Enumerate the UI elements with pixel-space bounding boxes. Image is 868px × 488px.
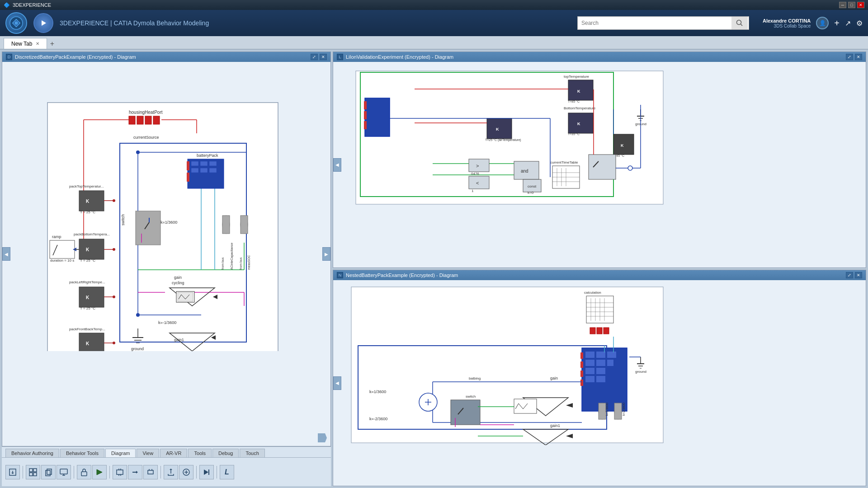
diagram-pointer[interactable] — [318, 433, 327, 442]
bottom-right-collapse-arrow[interactable]: ◀ — [333, 376, 341, 390]
left-diagram-content: ◀ ▶ housingHeatPort — [2, 62, 330, 446]
svg-text:measSOC: measSOC — [247, 255, 250, 270]
toolbar-lock-icon[interactable] — [77, 465, 91, 479]
toolbar-icon-group-6 — [199, 465, 214, 479]
left-diagram-expand[interactable]: ⤢ — [311, 54, 318, 60]
svg-text:packTopTemperatur...: packTopTemperatur... — [69, 184, 104, 188]
share-button[interactable]: ↗ — [845, 19, 851, 28]
tab-new-tab[interactable]: New Tab ✕ — [4, 38, 47, 49]
bottom-right-diagram-svg: calculation — [342, 282, 668, 445]
svg-text:k=0: k=0 — [528, 191, 534, 195]
toolbar-load-icon[interactable] — [179, 465, 193, 479]
svg-text:gain: gain — [174, 275, 182, 280]
svg-text:batteryPack: batteryPack — [197, 153, 218, 158]
toolbar-simulate-icon[interactable] — [92, 465, 107, 479]
search-bar[interactable] — [577, 16, 749, 30]
toolbar-tab-behavior-tools[interactable]: Behavior Tools — [60, 449, 104, 457]
close-button[interactable]: ✕ — [857, 2, 864, 8]
svg-rect-34 — [187, 173, 189, 182]
toolbar-tab-ar-vr[interactable]: AR-VR — [160, 449, 187, 457]
settings-button[interactable]: ⚙ — [856, 19, 863, 28]
toolbar-component-icon[interactable] — [113, 465, 127, 479]
toolbar-tab-behavior-authoring[interactable]: Behavior Authoring — [5, 449, 59, 457]
svg-text:K: K — [577, 89, 580, 94]
new-tab-button[interactable]: + — [47, 39, 57, 49]
maximize-button[interactable]: □ — [848, 2, 855, 8]
username: Alexandre CORTINA — [763, 18, 811, 23]
toolbar-monitor-icon[interactable] — [57, 465, 71, 479]
svg-text:K: K — [86, 341, 90, 346]
minimize-button[interactable]: ─ — [839, 2, 846, 8]
svg-rect-213 — [607, 352, 616, 358]
toolbar-tabs: Behavior Authoring Behavior Tools Diagra… — [2, 447, 331, 458]
svg-rect-101 — [222, 216, 230, 234]
svg-rect-211 — [585, 352, 594, 358]
svg-rect-214 — [585, 360, 594, 366]
toolbar-import-icon[interactable] — [5, 465, 20, 479]
svg-rect-222 — [580, 361, 583, 368]
toolbar-module-icon[interactable] — [143, 465, 158, 479]
svg-text:switch: switch — [121, 214, 125, 225]
svg-marker-129 — [170, 469, 172, 470]
search-button[interactable] — [731, 17, 748, 29]
left-collapse-arrow[interactable]: ◀ — [2, 247, 10, 261]
svg-point-89 — [113, 342, 115, 344]
svg-text:<: < — [476, 180, 479, 186]
svg-text:const: const — [528, 184, 537, 188]
svg-rect-42 — [79, 191, 104, 211]
app-icon: 🔷 — [4, 2, 10, 8]
toolbar-next-icon[interactable] — [199, 465, 214, 479]
toolbar-tab-view[interactable]: View — [137, 449, 159, 457]
toolbar-l-icon[interactable]: L — [220, 465, 234, 479]
bottom-toolbar: Behavior Authoring Behavior Tools Diagra… — [2, 446, 331, 486]
toolbar-tab-diagram[interactable]: Diagram — [105, 449, 136, 457]
top-right-diagram-close[interactable]: ✕ — [855, 54, 862, 60]
right-panel: L LiIonValidationExperiment (Encrypted) … — [333, 52, 866, 486]
svg-rect-33 — [187, 161, 189, 170]
top-right-diagram-content: ◀ topTemperature K T=85 °C BottomTempera… — [333, 62, 866, 267]
svg-rect-39 — [200, 168, 208, 173]
toolbar-icons: L — [2, 458, 331, 486]
top-right-diagram-icon: L — [337, 54, 343, 60]
app-header: 3DEXPERIENCE | CATIA Dymola Behavior Mod… — [0, 10, 868, 36]
bottom-right-diagram-expand[interactable]: ⤢ — [846, 272, 853, 278]
svg-text:switch: switch — [466, 394, 476, 399]
svg-rect-152 — [365, 98, 390, 136]
svg-rect-10 — [153, 116, 160, 124]
toolbar-separator-1 — [23, 466, 23, 479]
svg-text:k=-1/3600: k=-1/3600 — [158, 320, 176, 325]
add-button[interactable]: + — [834, 18, 840, 28]
window-controls: ─ □ ✕ — [839, 2, 864, 8]
bottom-right-diagram-close[interactable]: ✕ — [855, 272, 862, 278]
toolbar-arrow-icon[interactable] — [128, 465, 142, 479]
right-collapse-arrow[interactable]: ▶ — [322, 247, 330, 261]
svg-marker-106 — [11, 473, 14, 474]
tab-close-icon[interactable]: ✕ — [36, 41, 39, 46]
toolbar-tab-tools[interactable]: Tools — [188, 449, 212, 457]
user-avatar[interactable]: 👤 — [816, 17, 829, 29]
toolbar-copy-icon[interactable] — [41, 465, 56, 479]
top-right-diagram-expand[interactable]: ⤢ — [846, 54, 853, 60]
toolbar-tab-touch[interactable]: Touch — [240, 449, 264, 457]
svg-rect-219 — [585, 376, 594, 382]
window-title: 3DEXPERIENCE — [13, 2, 51, 8]
toolbar-separator-2 — [74, 466, 74, 479]
left-diagram-icon: D — [6, 54, 12, 60]
svg-text:1: 1 — [472, 189, 474, 193]
toolbar-tab-debug[interactable]: Debug — [212, 449, 239, 457]
svg-text:ground: ground — [635, 370, 646, 374]
svg-rect-109 — [29, 473, 33, 476]
user-info: Alexandre CORTINA 3DS Collab Space — [763, 18, 811, 28]
toolbar-export-icon[interactable] — [164, 465, 178, 479]
left-diagram-close[interactable]: ✕ — [320, 54, 327, 60]
svg-rect-113 — [60, 469, 67, 474]
toolbar-grid-icon[interactable] — [26, 465, 40, 479]
svg-text:T = 25 °C: T = 25 °C — [80, 306, 95, 310]
app-logo — [5, 12, 27, 34]
bottom-right-diagram-icon: N — [337, 272, 343, 278]
search-input[interactable] — [578, 17, 731, 29]
svg-text:BottomTemperature: BottomTemperature — [564, 106, 596, 110]
svg-rect-107 — [29, 469, 33, 472]
top-right-collapse-arrow[interactable]: ◀ — [333, 158, 341, 172]
play-button[interactable] — [33, 13, 53, 33]
